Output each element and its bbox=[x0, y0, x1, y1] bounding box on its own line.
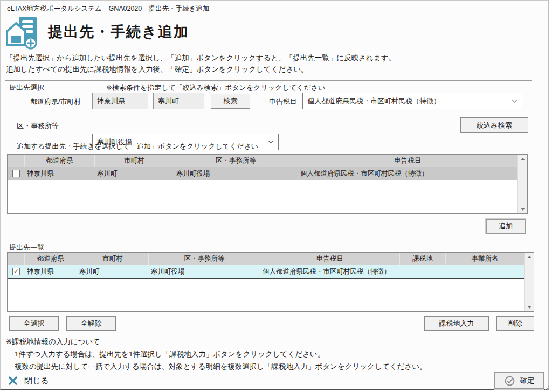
check-circle-icon bbox=[504, 375, 515, 387]
tax-item-select-value: 個人都道府県民税・市区町村民税（特徴） bbox=[307, 96, 440, 106]
header-office: 区・事務所等 bbox=[149, 253, 260, 265]
notes-heading: ※課税地情報の入力について bbox=[6, 335, 427, 348]
submission-list-table: 都道府県 市町村 区・事務所等 申告税目 課税地 事業所名 ✓ 神奈川県 寒川町… bbox=[7, 252, 534, 312]
select-all-button[interactable]: 全選択 bbox=[9, 316, 59, 331]
description-line-2: 追加したすべての提出先に課税地情報を入力後、「確定」ボタンをクリックしてください… bbox=[6, 64, 396, 75]
scroll-up-icon[interactable] bbox=[518, 155, 527, 163]
submission-list-row[interactable]: ✓ 神奈川県 寒川町 寒川町役場 個人都道府県民税・市区町村民税（特徴） bbox=[8, 265, 524, 279]
city-input[interactable]: 寒川町 bbox=[153, 93, 204, 109]
candidate-table-caption: 追加する提出先・手続きを選択して「追加」ボタンをクリックしてください bbox=[17, 142, 258, 151]
tax-item-label: 申告税目 bbox=[269, 97, 297, 107]
row-checkbox[interactable] bbox=[12, 170, 20, 177]
row-checkbox-checked[interactable]: ✓ bbox=[12, 268, 20, 275]
cell-business-name bbox=[446, 265, 524, 278]
clear-all-button[interactable]: 全解除 bbox=[66, 316, 116, 331]
scroll-down-icon[interactable] bbox=[518, 205, 527, 213]
candidate-table-header: 都道府県 市町村 区・事務所等 申告税目 bbox=[8, 155, 518, 167]
prefecture-input[interactable]: 神奈川県 bbox=[92, 93, 148, 109]
list-table-scrollbar[interactable] bbox=[524, 253, 534, 311]
header-tax-item: 申告税目 bbox=[298, 155, 518, 167]
cell-office: 寒川町役場 bbox=[149, 265, 260, 278]
header-city: 市町村 bbox=[77, 253, 149, 265]
list-panel-title: 提出先一覧 bbox=[9, 243, 44, 253]
cell-office: 寒川町役場 bbox=[174, 167, 298, 180]
scroll-up-icon[interactable] bbox=[525, 253, 534, 261]
close-x-icon bbox=[8, 376, 18, 386]
cell-prefecture: 神奈川県 bbox=[25, 167, 95, 180]
selection-panel-note: ※検索条件を指定して「絞込み検索」ボタンをクリックしてください bbox=[106, 83, 325, 93]
house-list-plus-icon bbox=[5, 16, 40, 50]
chevron-down-icon bbox=[512, 97, 518, 102]
scroll-down-icon[interactable] bbox=[525, 303, 534, 311]
tax-place-input-button[interactable]: 課税地入力 bbox=[424, 316, 489, 331]
add-button[interactable]: 追加 bbox=[486, 219, 526, 234]
notes-line-2: 複数の提出先に対して一括で入力する場合は、対象とする明細を複数選択し「課税地入力… bbox=[6, 360, 427, 373]
chevron-down-icon bbox=[268, 138, 274, 143]
search-button[interactable]: 検索 bbox=[211, 94, 250, 109]
header-checkbox-column bbox=[8, 155, 25, 167]
header-business-name: 事業所名 bbox=[446, 253, 524, 265]
cell-tax-item: 個人都道府県民税・市区町村民税（特徴） bbox=[260, 265, 400, 278]
resize-grip[interactable] bbox=[545, 386, 546, 387]
cell-city: 寒川町 bbox=[77, 265, 149, 278]
confirm-button[interactable]: 確定 bbox=[494, 372, 544, 389]
list-table-header: 都道府県 市町村 区・事務所等 申告税目 課税地 事業所名 bbox=[8, 253, 524, 265]
header-tax-item: 申告税目 bbox=[260, 253, 400, 265]
candidate-table-row[interactable]: 神奈川県 寒川町 寒川町役場 個人都道府県民税・市区町村民税（特徴） bbox=[8, 167, 518, 180]
filter-search-button[interactable]: 絞込み検索 bbox=[460, 117, 528, 133]
close-button-label: 閉じる bbox=[24, 376, 49, 386]
cell-city: 寒川町 bbox=[95, 167, 174, 180]
pref-city-label: 都道府県/市町村 bbox=[30, 97, 81, 107]
header-tax-place: 課税地 bbox=[400, 253, 446, 265]
cell-tax-place bbox=[400, 265, 446, 278]
cell-prefecture: 神奈川県 bbox=[25, 265, 77, 278]
cell-tax-item: 個人都道府県民税・市区町村民税（特徴） bbox=[298, 167, 518, 180]
office-label: 区・事務所等 bbox=[17, 121, 59, 131]
candidate-table: 都道府県 市町村 区・事務所等 申告税目 神奈川県 寒川町 寒川町役場 個人都道… bbox=[7, 154, 528, 214]
header-office: 区・事務所等 bbox=[174, 155, 298, 167]
delete-button[interactable]: 削除 bbox=[496, 316, 534, 331]
header-prefecture: 都道府県 bbox=[25, 253, 77, 265]
page-title: 提出先・手続き追加 bbox=[48, 22, 189, 41]
close-button[interactable]: 閉じる bbox=[8, 374, 49, 388]
selection-panel-title: 提出先選択 bbox=[9, 83, 44, 93]
header-prefecture: 都道府県 bbox=[25, 155, 95, 167]
candidate-table-scrollbar[interactable] bbox=[518, 155, 527, 213]
tax-item-select[interactable]: 個人都道府県民税・市区町村民税（特徴） bbox=[302, 93, 522, 109]
notes-line-1: 1件ずつ入力する場合は、提出先を1件選択し「課税地入力」ボタンをクリックしてくだ… bbox=[6, 348, 427, 360]
page-description: 「提出先選択」から追加したい提出先を選択し、「追加」ボタンをクリックすると、「提… bbox=[6, 52, 396, 75]
header-checkbox-column bbox=[8, 253, 25, 265]
window-caption: eLTAX地方税ポータルシステム GNA02020 提出先・手続き追加 bbox=[7, 4, 210, 13]
description-line-1: 「提出先選択」から追加したい提出先を選択し、「追加」ボタンをクリックすると、「提… bbox=[6, 52, 396, 64]
header-city: 市町村 bbox=[95, 155, 174, 167]
tax-place-notes: ※課税地情報の入力について 1件ずつ入力する場合は、提出先を1件選択し「課税地入… bbox=[6, 335, 427, 373]
app-window: eLTAX地方税ポータルシステム GNA02020 提出先・手続き追加 提出先・… bbox=[0, 0, 549, 390]
confirm-button-label: 確定 bbox=[520, 376, 535, 386]
